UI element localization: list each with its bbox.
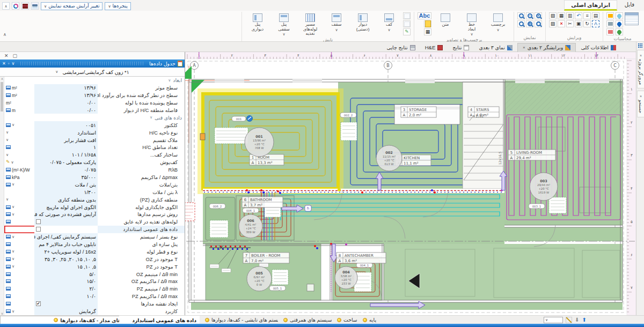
property-value[interactable]: ۲/۰	[34, 285, 98, 293]
scroll-up-icon[interactable]: ∧	[0, 77, 4, 80]
zone-badge-005[interactable]: 0056/97 m²+20 °C0 W	[247, 266, 272, 291]
doc-tab-اطلاعات کلی[interactable]: اطلاعات کلی	[576, 43, 621, 52]
property-value[interactable]: ۵/۰	[34, 270, 98, 278]
zone-badge-006[interactable]: 0064/41 m²+24 °C309 W	[239, 214, 262, 238]
section-header-1[interactable]: داده های فنی∨	[4, 114, 185, 121]
close-icon[interactable]: ✕	[4, 54, 9, 58]
gauge-icon[interactable]	[606, 12, 614, 19]
tag-006_2[interactable]: 006_2	[209, 204, 225, 209]
layer-combo[interactable]: ∨	[544, 317, 563, 323]
chevron-down-icon[interactable]: ∨	[11, 160, 14, 165]
room-label-BOILER - ROOM[interactable]: 7BOILER - ROOMA7,0 m²	[243, 252, 289, 263]
chevron-down-icon[interactable]: ∨	[12, 249, 14, 254]
scroll-down-icon[interactable]: ∨	[0, 311, 4, 315]
table-icon[interactable]: ▦	[424, 28, 431, 35]
draw-tool-icon[interactable]	[566, 317, 572, 323]
project-browser-tab[interactable]: × مرورگر پروژه	[637, 50, 644, 88]
panel-pin-icon[interactable]: ▫	[8, 61, 10, 66]
button-مسیر-لوله‌های-تغذیه[interactable]: مسیر لوله‌های تغذیه	[298, 12, 323, 36]
property-value[interactable]: ۵, ۱۰, ۱۵, ۲۰, ۲۵, ۳۰, ۳۵	[34, 255, 98, 263]
panel-collapse-chevron[interactable]: ∧	[3, 32, 6, 37]
rotate-icon[interactable]: ↻	[583, 20, 591, 27]
property-value[interactable]: ۱/۶۵۸ / ۱۰۱	[34, 151, 98, 159]
property-value[interactable]	[34, 218, 98, 226]
zone-selector[interactable]: ۱* زون کف گرمایشی/سرمایشی ∨	[0, 68, 185, 77]
search-tab[interactable]: × جستجو	[637, 91, 644, 117]
button-سقف[interactable]: سقف∨	[324, 12, 349, 32]
section-header-0[interactable]: ابعاد∨	[4, 77, 185, 84]
drawing-canvas[interactable]: ۱۲۳۴۵۶۷۸۹۱۰۱۱۱۲۱۳۱۲۳۴۵۶۷ ABC	[185, 52, 636, 315]
property-value[interactable]: افت فشار برابر	[34, 136, 98, 144]
button-متن[interactable]: متن	[433, 12, 458, 27]
property-value[interactable]: ۳۵/۰۰۰	[34, 174, 98, 181]
property-value[interactable]: ۱۵/۰	[34, 278, 98, 285]
tag-006_1[interactable]: 006_1	[243, 208, 259, 213]
edit-green-icon[interactable]: ✎	[403, 28, 411, 35]
restore-icon[interactable]: ▢	[13, 54, 18, 58]
chevron-down-icon[interactable]: ∨	[12, 257, 14, 261]
drop-filled-icon[interactable]	[616, 20, 623, 27]
doc-tab-نتایج چاپی[interactable]: نتایج چاپی	[382, 43, 420, 52]
panel-close-icon[interactable]: ✕	[2, 61, 6, 66]
property-value[interactable]: ۱/۳۰۰	[34, 188, 98, 196]
close-icon[interactable]: ×	[640, 54, 642, 57]
snowflake-icon[interactable]	[616, 28, 623, 35]
checkbox[interactable]	[36, 227, 41, 232]
grid-icon[interactable]	[403, 20, 411, 27]
panel-menu-chevron[interactable]: ∨	[12, 61, 15, 66]
layer-tab-پایه[interactable]: پایه	[360, 316, 379, 324]
ribbon-tab-فایل[interactable]: فایل	[618, 0, 641, 11]
calculator-icon[interactable]	[625, 12, 639, 25]
pan-icon[interactable]: ✥	[526, 20, 533, 27]
room-label-BATHROOM[interactable]: 6BATHROOMA3,7 m²	[242, 197, 283, 207]
save-button[interactable]	[31, 2, 39, 10]
property-value[interactable]: ۰۰۵۱	[34, 121, 98, 129]
room-label-ANTECHAMBER[interactable]: 8ANTECHAMBERA3,6 m²	[336, 252, 386, 263]
doc-tab-ویرایشگر ۲ بعدی[interactable]: ویرایشگر ۲ بعدی×	[517, 43, 576, 52]
undo-icon[interactable]: ↶	[575, 12, 582, 19]
scrollbar-thumb[interactable]	[1, 82, 3, 112]
tag-001[interactable]: 001	[232, 116, 246, 121]
button-پنل-سقفی[interactable]: پنل سقفی∨	[272, 12, 296, 36]
zoom-out-icon[interactable]: −	[526, 12, 533, 19]
abc-text-icon[interactable]: Abc	[418, 12, 431, 19]
zoom-window-icon[interactable]: ▫	[517, 12, 525, 19]
zoom-in-icon[interactable]: +	[535, 12, 542, 19]
report-icon[interactable]	[606, 28, 614, 35]
close-icon[interactable]: ×	[640, 94, 642, 98]
button-خط-ابعاد[interactable]: خط ابعاد∨	[459, 12, 484, 36]
chevron-down-icon[interactable]: ∨	[12, 264, 14, 269]
tag-005_1[interactable]: 005_1	[269, 286, 286, 291]
property-value[interactable]	[34, 226, 98, 233]
button-پنل-دیواری[interactable]: پنل دیواری	[245, 12, 270, 32]
zoom-selected-icon[interactable]	[517, 20, 525, 27]
chevron-down-icon[interactable]: ∨	[6, 130, 9, 135]
button-دیوار-(دستی)[interactable]: دیوار (دستی)	[350, 12, 375, 32]
layer-tab-سیستم های تابشی - کف‌ها، دیوارها[interactable]: سیستم های تابشی - کف‌ها، دیوارها	[202, 316, 278, 324]
layers-button[interactable]	[21, 2, 29, 10]
chevron-down-icon[interactable]: ∨	[12, 212, 14, 217]
select-text-icon[interactable]: A	[592, 20, 599, 27]
tag-002_2[interactable]: 002_2	[340, 113, 356, 117]
chevron-down-icon[interactable]: ∨	[12, 205, 14, 209]
navigator-button[interactable]	[12, 2, 19, 10]
list-icon[interactable]: ≡	[583, 12, 591, 19]
property-value[interactable]: ۰/۰۰	[34, 99, 98, 107]
button-کف[interactable]: کف∨	[377, 12, 401, 32]
property-value[interactable]: الگوی اجرای لوله مارپیچ	[34, 203, 98, 211]
property-value[interactable]: ✔	[34, 300, 98, 308]
yellow-page-icon[interactable]	[424, 20, 431, 27]
property-value[interactable]: ۱	[34, 144, 98, 151]
align-icon[interactable]: ▣	[575, 20, 582, 27]
cut-icon[interactable]: ✂	[566, 20, 574, 27]
zone-badge-002[interactable]: 00211/15 m²+20 °C613 W	[376, 145, 402, 171]
layer-tab-ساخت[interactable]: ساخت	[334, 316, 357, 324]
property-value[interactable]: بتن / ملات	[34, 181, 98, 188]
ruler-icon[interactable]: ▤	[592, 12, 599, 19]
doc-tab-نمای ۳ بعدی[interactable]: نمای ۳ بعدی	[474, 43, 517, 52]
panel-scrollbar[interactable]: ∧ ∨	[0, 77, 4, 315]
property-value[interactable]: ۱۳/۹۶	[34, 92, 98, 99]
zone-badge-001[interactable]: 00113/96 m²+20 °C768 W	[245, 128, 274, 157]
property-value[interactable]: پارکت معمولی - ۰/۰۷۵	[34, 159, 98, 166]
checkbox[interactable]: ✔	[36, 301, 41, 306]
